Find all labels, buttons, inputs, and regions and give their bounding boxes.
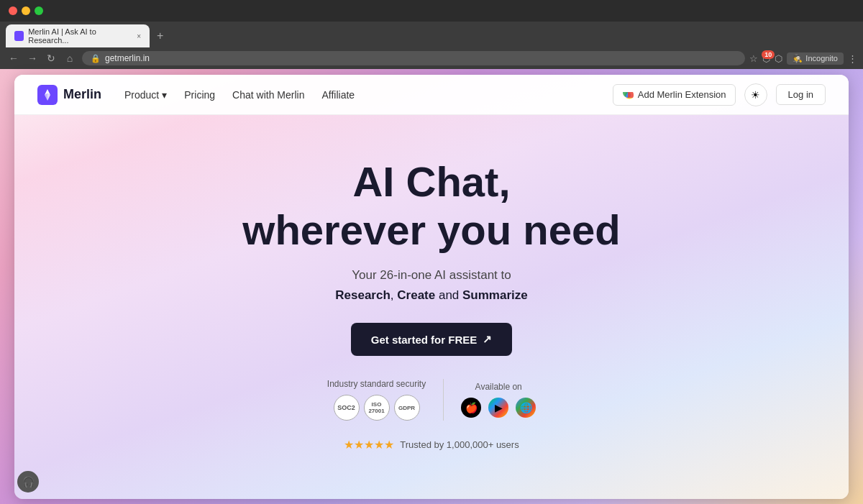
incognito-label: Incognito [805, 54, 838, 63]
back-button[interactable]: ← [6, 50, 22, 66]
theme-toggle-button[interactable]: ☀ [744, 83, 767, 106]
cta-button[interactable]: Get started for FREE ↗ [351, 323, 513, 356]
hero-section: AI Chat, wherever you need Your 26-in-on… [14, 115, 849, 487]
star-row: ★★★★★ Trusted by 1,000,000+ users [29, 438, 834, 452]
google-play-icon: ▶ [488, 398, 508, 418]
nav-chat-label: Chat with Merlin [232, 89, 304, 101]
tab-close-button[interactable]: × [137, 32, 141, 40]
nav-product-dropdown-icon: ▾ [162, 89, 167, 101]
page-wrapper: Merlin Product ▾ Pricing Chat with Merli… [14, 75, 849, 499]
close-traffic-light[interactable] [9, 6, 17, 15]
cta-arrow-icon: ↗ [483, 333, 492, 346]
new-tab-button[interactable]: + [152, 28, 168, 44]
home-button[interactable]: ⌂ [62, 50, 78, 66]
browser-action-buttons: ☆ ⬡ 10 ⬡ 🕵 Incognito ⋮ [749, 52, 857, 65]
soc2-badge: SOC2 [334, 395, 360, 421]
hero-subtitle-bold: Research, Create and Summarize [29, 288, 834, 303]
keyword-create: Create [397, 288, 435, 302]
security-badges: SOC2 ISO27001 GDPR [334, 395, 420, 421]
hero-title-line2: wherever you need [242, 206, 620, 253]
reload-button[interactable]: ↻ [43, 50, 59, 66]
browser-tab[interactable]: Merlin AI | Ask AI to Research... × [6, 24, 150, 47]
sun-icon: ☀ [751, 89, 760, 101]
stars: ★★★★★ [344, 438, 394, 452]
nav-product[interactable]: Product ▾ [124, 89, 167, 101]
tab-title: Merlin AI | Ask AI to Research... [28, 27, 132, 45]
add-extension-label: Add Merlin Extension [638, 89, 726, 100]
trust-row: Industry standard security SOC2 ISO27001… [29, 379, 834, 421]
hero-title: AI Chat, wherever you need [29, 158, 834, 254]
nav-chat[interactable]: Chat with Merlin [232, 89, 304, 101]
nav-links: Product ▾ Pricing Chat with Merlin Affil… [124, 89, 355, 101]
apple-icon: 🍎 [461, 398, 481, 418]
iso-badge: ISO27001 [364, 395, 390, 421]
more-options-icon[interactable]: ⋮ [848, 53, 857, 64]
nav-product-label: Product [124, 89, 159, 101]
keyword-research: Research [335, 288, 391, 302]
add-extension-button[interactable]: Add Merlin Extension [613, 84, 736, 106]
bookmark-icon[interactable]: ☆ [749, 53, 758, 64]
brand-logos: WALL·ST ebay Walmart ✱ zoom NETFLIX SONY… [14, 487, 849, 499]
os-chrome-bar [0, 0, 863, 22]
extensions-area: ⬡ 10 [762, 53, 770, 64]
chrome-icon: 🌐 [516, 398, 536, 418]
merlin-logo-icon [37, 85, 58, 105]
logo-text: Merlin [63, 87, 101, 102]
notification-badge: 10 [762, 50, 775, 59]
url-text: getmerlin.in [105, 53, 150, 63]
navbar: Merlin Product ▾ Pricing Chat with Merli… [14, 75, 849, 115]
cta-label: Get started for FREE [371, 334, 478, 346]
available-label: Available on [475, 382, 522, 392]
navbar-right: Add Merlin Extension ☀ Log in [613, 83, 826, 106]
nav-pricing-label: Pricing [184, 89, 215, 101]
browser-navigation: ← → ↻ ⌂ [6, 50, 78, 66]
keyword-summarize: Summarize [462, 288, 528, 302]
incognito-button[interactable]: 🕵 Incognito [787, 52, 844, 65]
hero-title-line1: AI Chat, [352, 158, 510, 205]
trust-security: Industry standard security SOC2 ISO27001… [327, 379, 444, 421]
nav-affiliate-label: Affiliate [321, 89, 355, 101]
browser-tab-bar: Merlin AI | Ask AI to Research... × + [0, 22, 863, 47]
trust-available: Available on 🍎 ▶ 🌐 [444, 382, 536, 418]
tab-favicon [14, 31, 24, 41]
logo-link[interactable]: Merlin [37, 85, 101, 105]
navbar-left: Merlin Product ▾ Pricing Chat with Merli… [37, 85, 355, 105]
gdpr-badge: GDPR [394, 395, 420, 421]
extensions-puzzle-icon[interactable]: ⬡ [775, 53, 782, 64]
hero-subtitle: Your 26-in-one AI assistant to [29, 268, 834, 283]
maximize-traffic-light[interactable] [35, 6, 43, 15]
minimize-traffic-light[interactable] [22, 6, 30, 15]
platform-icons: 🍎 ▶ 🌐 [461, 398, 536, 418]
nav-affiliate[interactable]: Affiliate [321, 89, 355, 101]
security-label: Industry standard security [327, 379, 426, 389]
traffic-lights [9, 6, 43, 15]
trusted-text: Trusted by 1,000,000+ users [400, 439, 519, 450]
google-chrome-icon [622, 89, 634, 101]
forward-button[interactable]: → [24, 50, 40, 66]
browser-address-bar-row: ← → ↻ ⌂ 🔒 getmerlin.in ☆ ⬡ 10 ⬡ 🕵 Incogn… [0, 47, 863, 69]
nav-pricing[interactable]: Pricing [184, 89, 215, 101]
login-label: Log in [788, 89, 813, 100]
login-button[interactable]: Log in [776, 84, 826, 105]
incognito-icon: 🕵 [793, 54, 803, 63]
address-bar[interactable]: 🔒 getmerlin.in [82, 51, 745, 65]
lock-icon: 🔒 [91, 54, 101, 63]
